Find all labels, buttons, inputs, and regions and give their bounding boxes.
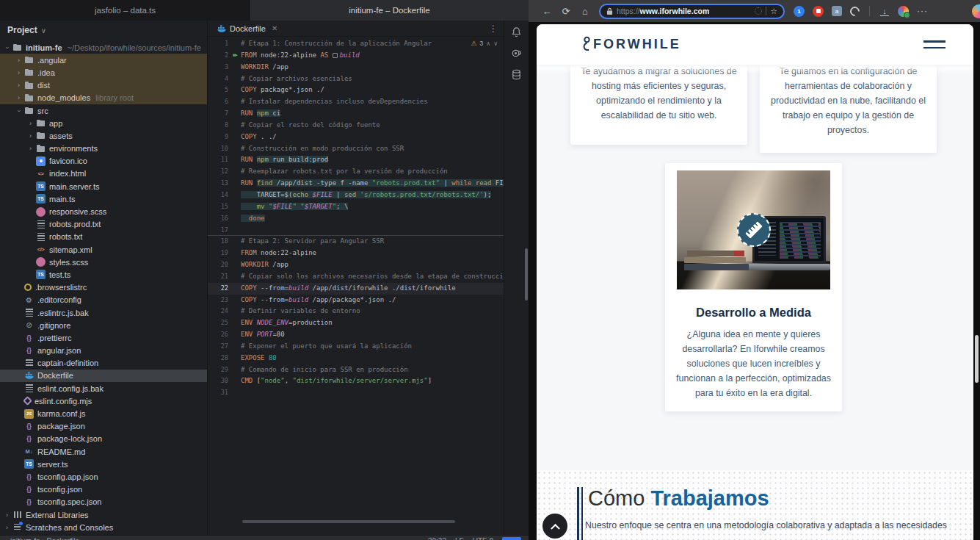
password-manager-extension-icon[interactable]: 1: [794, 6, 805, 17]
line-ending[interactable]: LF: [455, 537, 464, 540]
code-line-5[interactable]: 5COPY package*.json ./: [208, 84, 504, 96]
translate-extension-icon[interactable]: a: [832, 6, 842, 16]
prev-issue-icon[interactable]: ∧: [486, 40, 490, 47]
tree-chevron-icon[interactable]: ›: [26, 145, 35, 152]
code-line-6[interactable]: 6# Instalar dependencias incluso devDepe…: [208, 96, 504, 108]
tree-item-main-server-ts[interactable]: TSmain.server.ts: [0, 180, 207, 192]
window-title-initium[interactable]: initium-fe – Dockerfile: [250, 0, 529, 21]
tree-item-environments[interactable]: ›environments: [0, 143, 207, 155]
tree-item-tsconfig-json[interactable]: {}tsconfig.json: [0, 483, 207, 496]
editor-options-kebab-icon[interactable]: ⋮: [489, 24, 498, 34]
tree-item-dist[interactable]: ›dist: [0, 79, 207, 92]
tree-item-initium-fe[interactable]: ›initium-fe~/Desktop/iforwhile/sources/i…: [0, 41, 207, 54]
tree-chevron-icon[interactable]: ›: [3, 524, 11, 531]
code-line-25[interactable]: 25ENV NODE_ENV=production: [208, 317, 504, 329]
scroll-to-top-button[interactable]: [542, 514, 567, 539]
tree-item-captain-definition[interactable]: captain-definition: [0, 357, 207, 370]
home-icon[interactable]: ⌂: [576, 6, 595, 17]
code-line-9[interactable]: 9COPY . ./: [208, 132, 504, 143]
code-line-10[interactable]: 10# Construcción en modo producción con …: [208, 143, 504, 155]
tree-item-external-libraries[interactable]: ›External Libraries: [0, 508, 207, 521]
tree-chevron-icon[interactable]: ›: [15, 107, 23, 115]
tree-item-favicon-ico[interactable]: favicon.ico: [0, 155, 207, 168]
tree-chevron-icon[interactable]: ›: [15, 57, 23, 64]
tree-item-robots-txt[interactable]: robots.txt: [0, 231, 207, 243]
hamburger-menu-icon[interactable]: [923, 40, 945, 48]
code-line-3[interactable]: 3WORKDIR /app: [208, 62, 504, 73]
tree-chevron-icon[interactable]: ›: [15, 82, 23, 89]
tree-item-app[interactable]: ›app: [0, 117, 207, 129]
tree-item--eslintrc-js-bak[interactable]: .eslintrc.js.bak: [0, 306, 207, 319]
tree-item-package-json[interactable]: {}package.json: [0, 420, 207, 433]
code-line-4[interactable]: 4# Copiar archivos esenciales: [208, 73, 504, 85]
red-extension-icon[interactable]: [813, 6, 824, 17]
tree-item-tsconfig-spec-json[interactable]: {}tsconfig.spec.json: [0, 496, 207, 508]
code-line-20[interactable]: 20WORKDIR /app: [208, 259, 504, 271]
tree-item--editorconfig[interactable]: ⚙.editorconfig: [0, 294, 207, 306]
tree-item-scratches-and-consoles[interactable]: ›Scratches and Consoles: [0, 521, 207, 533]
downloads-icon[interactable]: ↓: [879, 7, 890, 15]
tree-item-dockerfile[interactable]: Dockerfile: [0, 370, 207, 382]
caret-position[interactable]: 30:23: [428, 537, 446, 540]
tree-chevron-icon[interactable]: ›: [4, 43, 11, 51]
tree-item-assets[interactable]: ›assets: [0, 129, 207, 142]
tree-chevron-icon[interactable]: ›: [26, 132, 35, 140]
tree-item-eslint-config-js-bak[interactable]: eslint.config.js.bak: [0, 382, 207, 395]
code-line-13[interactable]: 13RUN find /app/dist -type f -name "robo…: [208, 178, 504, 190]
inspection-widget[interactable]: ⚠ 3 ∧ ∨: [471, 40, 498, 47]
code-line-8[interactable]: 8# Copiar el resto del código fuente: [208, 120, 504, 132]
editor-hscrollbar[interactable]: [242, 520, 455, 523]
tree-chevron-icon[interactable]: ›: [15, 94, 23, 101]
project-panel-header[interactable]: Project ∨: [0, 21, 207, 40]
code-line-1[interactable]: 1# Etapa 1: Construcción de la aplicació…: [208, 38, 504, 50]
code-line-16[interactable]: 16 done: [208, 213, 504, 225]
code-line-12[interactable]: 12# Reemplazar robots.txt por la versión…: [208, 166, 504, 178]
address-bar[interactable]: https:// www.iforwhile.com ☆: [599, 4, 785, 19]
statusbar-badge[interactable]: [502, 537, 521, 540]
tree-item-sitemap-xml[interactable]: </>sitemap.xml: [0, 243, 207, 256]
tree-item--prettierrc[interactable]: {}.prettierrc: [0, 331, 207, 344]
more-menu-icon[interactable]: ···: [917, 6, 928, 16]
run-gutter-icon[interactable]: ▶▶: [228, 50, 241, 62]
tree-item-tsconfig-app-json[interactable]: {}tsconfig.app.json: [0, 470, 207, 483]
statusbar-breadcrumb[interactable]: initium-fe › Dockerfile: [10, 537, 79, 540]
code-line-11[interactable]: 11RUN npm run build:prod: [208, 154, 504, 166]
tree-item-karma-conf-js[interactable]: JSkarma.conf.js: [0, 407, 207, 420]
ai-assistant-icon[interactable]: [511, 48, 522, 59]
tree-item-readme-md[interactable]: M↓README.md: [0, 445, 207, 458]
tree-item-robots-prod-txt[interactable]: robots.prod.txt: [0, 218, 207, 231]
code-line-27[interactable]: 27# Exponer el puerto que usará la aplic…: [208, 341, 504, 353]
tree-item--idea[interactable]: ›.idea: [0, 66, 207, 79]
code-area[interactable]: ⚠ 3 ∧ ∨ 1# Etapa 1: Construcción de la a…: [208, 37, 504, 528]
encoding[interactable]: UTF-8: [473, 537, 493, 540]
tree-item-server-ts[interactable]: TSserver.ts: [0, 458, 207, 470]
code-line-23[interactable]: 23COPY --from=build /app/package*.json .…: [208, 295, 504, 306]
tree-item-test-ts[interactable]: TStest.ts: [0, 268, 207, 281]
tree-chevron-icon[interactable]: ›: [26, 120, 35, 127]
next-issue-icon[interactable]: ∨: [493, 40, 498, 47]
colorful-extension-icon[interactable]: [898, 6, 909, 17]
code-line-7[interactable]: 7RUN npm ci: [208, 108, 504, 120]
close-icon[interactable]: ✕: [272, 24, 277, 32]
code-line-22[interactable]: 22COPY --from=build /app/dist/iforwhile …: [208, 283, 504, 295]
code-line-29[interactable]: 29# Comando de inicio para SSR en produc…: [208, 364, 504, 376]
tree-item-index-html[interactable]: <>index.html: [0, 168, 207, 180]
tree-item-src[interactable]: ›src: [0, 104, 207, 117]
code-line-30[interactable]: 30CMD ["node", "dist/iforwhile/server/se…: [208, 375, 504, 387]
code-line-26[interactable]: 26ENV PORT=80: [208, 329, 504, 341]
code-line-24[interactable]: 24# Definir variables de entorno: [208, 306, 504, 317]
reload-icon[interactable]: ⟳: [556, 6, 576, 17]
tree-item--gitignore[interactable]: ⊘.gitignore: [0, 319, 207, 331]
tree-item-main-ts[interactable]: TSmain.ts: [0, 192, 207, 205]
tree-item-eslint-config-mjs[interactable]: eslint.config.mjs: [0, 395, 207, 407]
tree-item-package-lock-json[interactable]: {}package-lock.json: [0, 433, 207, 445]
code-line-31[interactable]: 31: [208, 387, 504, 399]
back-icon[interactable]: ←: [537, 6, 556, 17]
site-logo[interactable]: FORWHILE: [582, 36, 681, 54]
copilot-icon[interactable]: [972, 4, 980, 18]
code-line-21[interactable]: 21# Copiar solo los archivos necesarios …: [208, 271, 504, 283]
tree-item-node-modules[interactable]: ›node_moduleslibrary root: [0, 92, 207, 104]
code-line-14[interactable]: 14 TARGET=$(echo $FILE | sed 's/robots.p…: [208, 190, 504, 201]
tree-chevron-icon[interactable]: ›: [15, 69, 23, 76]
tree-item--browserslistrc[interactable]: .browserslistrc: [0, 281, 207, 294]
